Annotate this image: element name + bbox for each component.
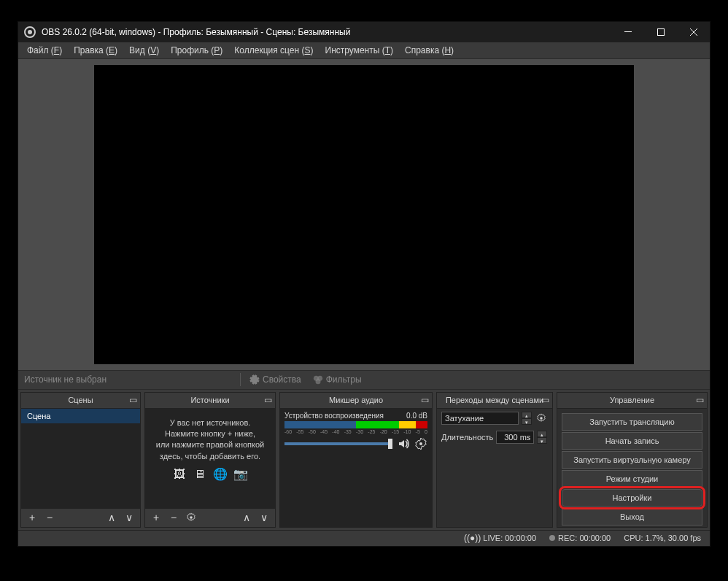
preview-canvas[interactable] <box>94 65 634 364</box>
maximize-button[interactable] <box>644 22 677 42</box>
source-toolbar: Источник не выбран Свойства Фильтры <box>18 370 710 389</box>
controls-panel: Управление ▭ Запустить трансляцию Начать… <box>557 392 708 528</box>
popout-icon[interactable]: ▭ <box>421 395 429 405</box>
gear-icon <box>186 512 196 523</box>
svg-point-6 <box>315 380 320 385</box>
properties-button[interactable]: Свойства <box>245 373 306 386</box>
obs-logo-icon <box>24 26 36 38</box>
duration-input[interactable]: 300 ms <box>496 431 534 444</box>
mixer-track: Устройство воспроизведения 0.0 dB -60-55… <box>280 409 432 453</box>
statusbar: ((●))LIVE: 00:00:00 REC: 00:00:00 CPU: 1… <box>18 530 710 546</box>
scenes-header: Сцены ▭ <box>21 393 140 409</box>
scenes-list[interactable]: Сцена <box>21 409 140 508</box>
camera-icon: 📷 <box>233 466 249 482</box>
popout-icon[interactable]: ▭ <box>696 395 704 405</box>
image-icon: 🖼 <box>171 466 187 482</box>
sources-list[interactable]: У вас нет источников. Нажмите кнопку + н… <box>145 409 275 508</box>
popout-icon[interactable]: ▭ <box>129 395 137 405</box>
add-source-button[interactable]: + <box>148 510 164 525</box>
scenes-panel: Сцены ▭ Сцена + − ∧ ∨ <box>20 392 141 528</box>
source-properties-button[interactable] <box>183 510 199 525</box>
svg-point-7 <box>190 516 193 519</box>
speaker-icon[interactable] <box>397 437 410 450</box>
record-status: REC: 00:00:00 <box>549 534 611 542</box>
transition-spin[interactable]: ▴▾ <box>522 412 532 425</box>
globe-icon: 🌐 <box>212 466 228 482</box>
controls-header: Управление ▭ <box>557 393 707 409</box>
menu-edit[interactable]: Правка (E) <box>68 43 123 58</box>
filters-button[interactable]: Фильтры <box>309 373 366 386</box>
sources-header: Источники ▭ <box>145 393 275 409</box>
sources-empty-message: У вас нет источников. Нажмите кнопку + н… <box>145 409 275 492</box>
source-up-button[interactable]: ∧ <box>239 510 255 525</box>
studio-mode-button[interactable]: Режим студии <box>562 470 702 488</box>
mixer-db-value: 0.0 dB <box>406 412 427 420</box>
transitions-panel: Переходы между сценами ▭ Затухание ▴▾ Дл… <box>436 392 553 528</box>
menu-file[interactable]: Файл (F) <box>21 43 68 58</box>
menu-tools[interactable]: Инструменты (T) <box>320 43 400 58</box>
mixer-device-label: Устройство воспроизведения <box>284 412 384 420</box>
add-scene-button[interactable]: + <box>24 510 40 525</box>
audio-meter <box>284 421 427 428</box>
preview-area <box>18 59 710 370</box>
stream-status: ((●))LIVE: 00:00:00 <box>464 533 536 543</box>
window-title: OBS 26.0.2 (64-bit, windows) - Профиль: … <box>42 27 611 37</box>
mixer-settings-button[interactable] <box>414 437 427 450</box>
exit-button[interactable]: Выход <box>562 508 702 526</box>
transitions-header: Переходы между сценами ▭ <box>437 393 552 409</box>
no-source-label: Источник не выбран <box>24 374 236 385</box>
scene-down-button[interactable]: ∨ <box>121 510 137 525</box>
gear-icon <box>249 374 260 385</box>
settings-button[interactable]: Настройки <box>562 489 702 507</box>
cpu-status: CPU: 1.7%, 30.00 fps <box>624 534 701 542</box>
popout-icon[interactable]: ▭ <box>541 395 549 405</box>
filters-icon <box>313 374 323 385</box>
docks: Сцены ▭ Сцена + − ∧ ∨ Источники ▭ У вас … <box>18 390 710 530</box>
scene-up-button[interactable]: ∧ <box>104 510 120 525</box>
svg-point-9 <box>540 417 543 420</box>
start-recording-button[interactable]: Начать запись <box>562 432 702 450</box>
svg-point-8 <box>419 442 422 445</box>
svg-rect-0 <box>624 31 632 32</box>
titlebar: OBS 26.0.2 (64-bit, windows) - Профиль: … <box>18 22 710 42</box>
sources-panel: Источники ▭ У вас нет источников. Нажмит… <box>144 392 276 528</box>
app-window: OBS 26.0.2 (64-bit, windows) - Профиль: … <box>18 21 710 547</box>
display-icon: 🖥 <box>192 466 208 482</box>
scene-item[interactable]: Сцена <box>21 409 140 423</box>
menu-profile[interactable]: Профиль (P) <box>165 43 228 58</box>
mixer-scale: -60-55-50-45-40-35-30-25-20-15-10-50 <box>284 429 427 434</box>
audio-mixer-panel: Микшер аудио ▭ Устройство воспроизведени… <box>279 392 433 528</box>
source-down-button[interactable]: ∨ <box>256 510 272 525</box>
start-virtual-cam-button[interactable]: Запустить виртуальную камеру <box>562 451 702 469</box>
menubar: Файл (F) Правка (E) Вид (V) Профиль (P) … <box>18 42 710 59</box>
duration-spin[interactable]: ▴▾ <box>537 431 547 444</box>
popout-icon[interactable]: ▭ <box>264 395 272 405</box>
mixer-header: Микшер аудио ▭ <box>280 393 432 409</box>
broadcast-icon: ((●)) <box>464 533 481 543</box>
duration-label: Длительность <box>441 433 493 442</box>
menu-view[interactable]: Вид (V) <box>123 43 165 58</box>
minimize-button[interactable] <box>611 22 644 42</box>
menu-scene-collection[interactable]: Коллекция сцен (S) <box>228 43 319 58</box>
remove-source-button[interactable]: − <box>166 510 182 525</box>
volume-slider[interactable] <box>284 442 392 445</box>
record-dot-icon <box>549 535 555 541</box>
svg-rect-1 <box>657 28 664 35</box>
start-streaming-button[interactable]: Запустить трансляцию <box>562 413 702 431</box>
transition-settings-button[interactable] <box>535 412 548 425</box>
remove-scene-button[interactable]: − <box>42 510 58 525</box>
close-button[interactable] <box>677 22 710 42</box>
menu-help[interactable]: Справка (H) <box>399 43 460 58</box>
transition-select[interactable]: Затухание <box>441 412 519 425</box>
